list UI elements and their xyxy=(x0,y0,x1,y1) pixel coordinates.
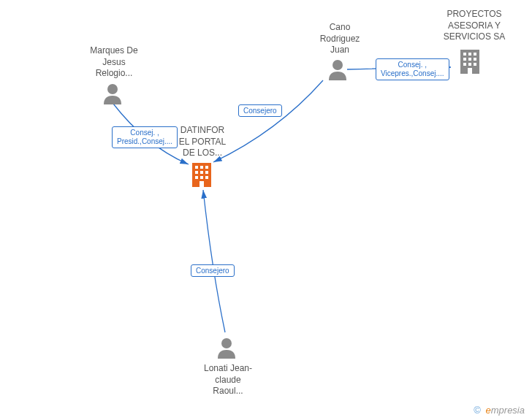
svg-rect-5 xyxy=(200,166,203,169)
edge-lonati-datinfor xyxy=(203,190,225,332)
svg-rect-19 xyxy=(468,58,471,61)
svg-rect-21 xyxy=(463,63,466,66)
svg-rect-17 xyxy=(474,53,476,56)
svg-rect-7 xyxy=(195,171,198,174)
building-icon xyxy=(458,47,482,74)
edge-label-lonati-datinfor: Consejero xyxy=(191,264,235,277)
edge-label-cano-proyectos: Consej. ,Vicepres.,Consej.... xyxy=(376,58,449,80)
person-icon xyxy=(216,337,237,359)
svg-rect-24 xyxy=(468,68,472,74)
svg-rect-6 xyxy=(205,166,208,169)
watermark: © empresia xyxy=(474,405,525,416)
building-icon-center xyxy=(190,161,213,187)
person-icon xyxy=(102,83,123,104)
svg-rect-10 xyxy=(195,176,198,179)
person-icon xyxy=(327,58,348,80)
brand-rest: mpresia xyxy=(491,405,525,416)
svg-rect-16 xyxy=(468,53,471,56)
brand-e: e xyxy=(486,405,491,416)
edge-label-cano-datinfor: Consejero xyxy=(238,104,282,117)
svg-rect-12 xyxy=(205,176,208,179)
svg-rect-8 xyxy=(200,171,203,174)
svg-rect-11 xyxy=(200,176,203,179)
svg-rect-20 xyxy=(474,58,476,61)
svg-point-1 xyxy=(332,60,343,70)
svg-point-0 xyxy=(107,84,118,94)
node-label-lonati: Lonati Jean-claudeRaoul... xyxy=(191,363,265,397)
copyright-symbol: © xyxy=(474,405,481,416)
svg-rect-15 xyxy=(463,53,466,56)
node-label-proyectos: PROYECTOSASESORIA YSERVICIOS SA xyxy=(430,9,518,43)
svg-rect-4 xyxy=(195,166,198,169)
edge-label-marques-datinfor: Consej. ,Presid.,Consej.... xyxy=(112,126,178,148)
svg-rect-9 xyxy=(205,171,208,174)
svg-point-2 xyxy=(221,338,232,348)
svg-rect-23 xyxy=(474,63,476,66)
svg-rect-18 xyxy=(463,58,466,61)
svg-rect-22 xyxy=(468,63,471,66)
node-label-cano: CanoRodriguezJuan xyxy=(303,22,376,56)
node-label-marques: Marques DeJesusRelogio... xyxy=(77,45,151,80)
svg-rect-13 xyxy=(200,181,204,187)
